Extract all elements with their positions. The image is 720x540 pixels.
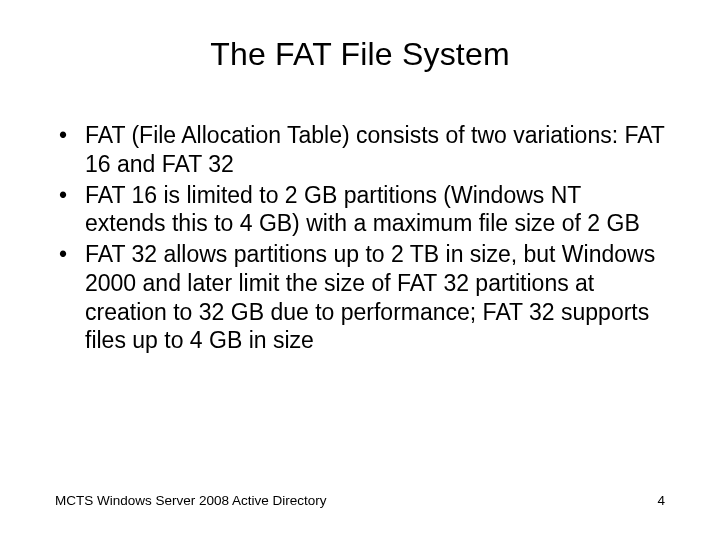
footer: MCTS Windows Server 2008 Active Director… [55, 493, 665, 508]
page-number: 4 [657, 493, 665, 508]
bullet-list: FAT (File Allocation Table) consists of … [55, 121, 665, 355]
slide-title: The FAT File System [55, 36, 665, 73]
slide: The FAT File System FAT (File Allocation… [0, 0, 720, 540]
list-item: FAT 16 is limited to 2 GB partitions (Wi… [55, 181, 665, 239]
list-item: FAT (File Allocation Table) consists of … [55, 121, 665, 179]
list-item: FAT 32 allows partitions up to 2 TB in s… [55, 240, 665, 355]
footer-source: MCTS Windows Server 2008 Active Director… [55, 493, 327, 508]
